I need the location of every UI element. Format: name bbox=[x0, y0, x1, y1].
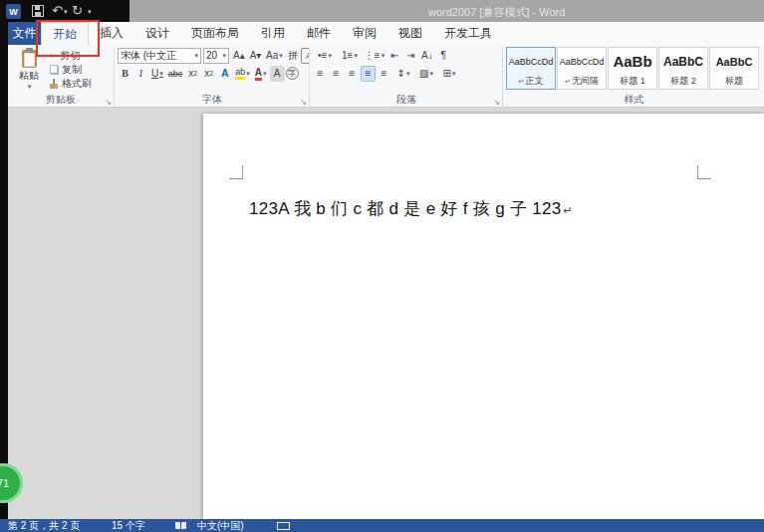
font-color-icon: A bbox=[255, 67, 262, 81]
proofing-status-icon[interactable] bbox=[175, 522, 186, 530]
style-heading-3[interactable]: AaBbC 标题 bbox=[709, 47, 759, 90]
tab-view[interactable]: 视图 bbox=[387, 22, 433, 45]
style-name: ↵无间隔 bbox=[565, 75, 599, 88]
document-text-line[interactable]: 123A 我 b 们 c 都 d 是 e 好 f 孩 g 子 123↵ bbox=[249, 197, 573, 220]
undo-icon[interactable]: ↶ bbox=[52, 3, 63, 19]
cut-button[interactable]: ✂ 剪切 bbox=[50, 49, 81, 63]
highlight-dropdown-icon: ▾ bbox=[246, 70, 250, 78]
paragraph-dialog-launcher-icon[interactable]: ↘ bbox=[493, 98, 500, 107]
font-color-dropdown-icon: ▾ bbox=[263, 70, 267, 78]
character-shading-button[interactable]: A bbox=[270, 66, 285, 82]
change-case-button[interactable]: Aa▾ bbox=[264, 48, 284, 64]
align-left-button[interactable]: ≡ bbox=[313, 66, 328, 82]
ribbon: 粘贴 ▾ ✂ 剪切 复制 格式刷 剪贴板 ↘ 宋体 (中文正 bbox=[8, 45, 764, 108]
show-hide-marks-button[interactable]: ¶ bbox=[436, 48, 451, 64]
font-size-dropdown-icon[interactable]: ▾ bbox=[222, 52, 226, 60]
highlight-icon: ab bbox=[235, 67, 245, 80]
align-center-button[interactable]: ≡ bbox=[329, 66, 344, 82]
tab-developer[interactable]: 开发工具 bbox=[433, 22, 503, 45]
style-heading-1[interactable]: AaBb 标题 1 bbox=[608, 47, 657, 90]
paste-dropdown-icon[interactable]: ▾ bbox=[28, 83, 32, 91]
tab-file[interactable]: 文件 bbox=[8, 22, 41, 45]
style-preview: AaBbCcDd bbox=[560, 48, 605, 75]
align-right-button[interactable]: ≡ bbox=[345, 66, 360, 82]
numbering-dropdown-icon: ▾ bbox=[354, 52, 358, 60]
strikethrough-button[interactable]: abc bbox=[166, 66, 185, 82]
margin-crop-mark-left bbox=[229, 165, 243, 179]
style-name-text: 标题 2 bbox=[670, 76, 696, 86]
tab-review[interactable]: 审阅 bbox=[342, 22, 387, 45]
decrease-indent-button[interactable]: ⇤ bbox=[387, 48, 402, 64]
tab-design[interactable]: 设计 bbox=[134, 22, 180, 45]
paste-clipboard-icon bbox=[22, 50, 37, 68]
tab-page-layout[interactable]: 页面布局 bbox=[180, 22, 250, 45]
clipboard-dialog-launcher-icon[interactable]: ↘ bbox=[105, 98, 112, 107]
tab-references[interactable]: 引用 bbox=[250, 22, 296, 45]
shading-icon: ▨ bbox=[419, 68, 428, 79]
page-indicator[interactable]: 第 2 页，共 2 页 bbox=[8, 519, 80, 532]
shrink-font-button[interactable]: A▾ bbox=[248, 48, 264, 64]
font-name-combo[interactable]: 宋体 (中文正 ▾ bbox=[118, 48, 201, 64]
tab-insert[interactable]: 插入 bbox=[89, 22, 134, 45]
shading-button[interactable]: ▨▾ bbox=[415, 66, 437, 82]
grow-font-button[interactable]: A▴ bbox=[231, 48, 247, 64]
change-case-dropdown-icon: ▾ bbox=[279, 52, 283, 60]
word-logo-icon: W bbox=[6, 4, 21, 19]
group-paragraph: •≡▾ 1≡▾ ⋮≡▾ ⇤ ⇥ A↓ ¶ ≡ ≡ ≡ ≡ ≡ ⇕▾ ▨▾ ⊞▾ … bbox=[311, 45, 502, 108]
multilevel-list-button[interactable]: ⋮≡▾ bbox=[363, 48, 386, 64]
bullets-button[interactable]: •≡▾ bbox=[313, 48, 337, 64]
redo-icon[interactable]: ↻ bbox=[72, 3, 83, 19]
subscript-mark: 2 bbox=[193, 70, 197, 77]
subscript-button[interactable]: x2 bbox=[185, 66, 200, 82]
font-name-value: 宋体 (中文正 bbox=[121, 49, 176, 63]
enclose-characters-button[interactable]: 字 bbox=[286, 67, 299, 80]
word-count[interactable]: 15 个字 bbox=[112, 519, 145, 532]
style-heading-2[interactable]: AaBbC 标题 2 bbox=[658, 47, 708, 90]
style-normal[interactable]: AaBbCcDd ↵正文 bbox=[506, 47, 556, 90]
line-spacing-button[interactable]: ⇕▾ bbox=[392, 66, 414, 82]
font-size-combo[interactable]: 20 ▾ bbox=[203, 48, 229, 64]
font-color-button[interactable]: A▾ bbox=[253, 66, 269, 82]
borders-button[interactable]: ⊞▾ bbox=[438, 66, 460, 82]
text-effects-button[interactable]: A bbox=[217, 66, 232, 82]
underline-dropdown-icon: ▾ bbox=[159, 70, 163, 78]
format-painter-button[interactable]: 格式刷 bbox=[50, 77, 92, 91]
bullets-dropdown-icon: ▾ bbox=[328, 52, 332, 60]
align-distribute-button[interactable]: ≡ bbox=[377, 66, 391, 82]
undo-dropdown-icon[interactable]: ▾ bbox=[64, 8, 68, 16]
font-dialog-launcher-icon[interactable]: ↘ bbox=[300, 98, 307, 107]
style-name: ↵正文 bbox=[519, 75, 544, 88]
underline-button[interactable]: U▾ bbox=[149, 66, 165, 82]
group-separator bbox=[502, 47, 503, 106]
multilevel-list-icon: ⋮≡ bbox=[365, 50, 381, 61]
copy-button[interactable]: 复制 bbox=[50, 63, 82, 77]
sort-button[interactable]: A↓ bbox=[419, 48, 435, 64]
paste-button[interactable]: 粘贴 ▾ bbox=[12, 47, 46, 93]
tab-mailings[interactable]: 邮件 bbox=[296, 22, 342, 45]
bold-button[interactable]: B bbox=[118, 66, 132, 82]
copy-label: 复制 bbox=[62, 63, 82, 77]
superscript-button[interactable]: x2 bbox=[201, 66, 216, 82]
phonetic-guide-button[interactable]: 拼 bbox=[285, 48, 300, 64]
font-name-dropdown-icon[interactable]: ▾ bbox=[194, 52, 198, 60]
style-name: 标题 bbox=[725, 75, 743, 88]
save-icon[interactable] bbox=[32, 5, 44, 17]
copy-icon bbox=[50, 65, 59, 75]
align-justify-button[interactable]: ≡ bbox=[361, 66, 376, 82]
style-no-spacing[interactable]: AaBbCcDd ↵无间隔 bbox=[557, 47, 607, 90]
italic-button[interactable]: I bbox=[133, 66, 148, 82]
document-page[interactable]: 123A 我 b 们 c 都 d 是 e 好 f 孩 g 子 123↵ bbox=[203, 114, 764, 520]
numbering-button[interactable]: 1≡▾ bbox=[338, 48, 362, 64]
input-method-icon[interactable] bbox=[277, 522, 290, 530]
numbering-icon: 1≡ bbox=[342, 50, 353, 61]
qat-customize-icon[interactable]: ▾ bbox=[88, 8, 92, 16]
character-border-button[interactable]: A bbox=[301, 48, 309, 64]
increase-indent-button[interactable]: ⇥ bbox=[403, 48, 418, 64]
highlight-color-button[interactable]: ab▾ bbox=[233, 66, 252, 82]
language-indicator[interactable]: 中文(中国) bbox=[197, 519, 244, 532]
tab-home[interactable]: 开始 bbox=[41, 22, 89, 45]
font-size-value: 20 bbox=[206, 50, 217, 61]
word-window: W ↶ ▾ ↻ ▾ word2007 [兼容模式] - Word 文件 开始 插… bbox=[0, 0, 764, 532]
underline-icon: U bbox=[151, 68, 158, 79]
clipboard-group-label: 剪贴板 bbox=[8, 93, 114, 107]
